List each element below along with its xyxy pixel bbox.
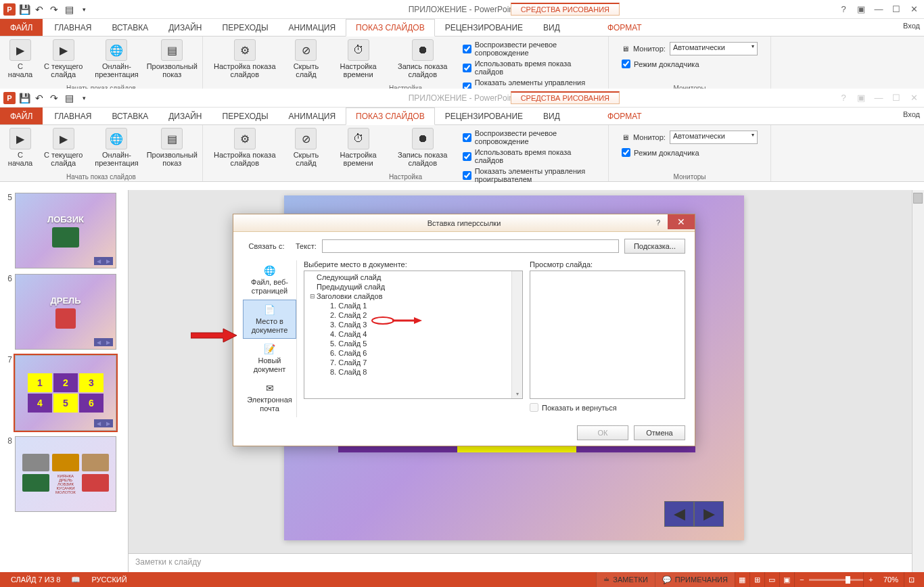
tree-titles-node[interactable]: ⊟Заголовки слайдов [306, 291, 521, 301]
close-icon[interactable]: ✕ [906, 3, 921, 16]
tab-slideshow[interactable]: ПОКАЗ СЛАЙДОВ [346, 108, 435, 125]
cancel-button[interactable]: Отмена [634, 425, 685, 440]
save-icon[interactable]: 💾 [18, 3, 31, 16]
prev-icon[interactable]: ◀ [664, 501, 694, 527]
monitor-select[interactable]: Автоматически ▾ [670, 131, 758, 144]
tab-transitions[interactable]: ПЕРЕХОДЫ [212, 108, 279, 124]
slideshow-view-icon[interactable]: ▣ [779, 572, 794, 587]
slide-thumbnail-5[interactable]: ЛОБЗИК◀▶ [15, 193, 116, 268]
redo-icon[interactable]: ↷ [47, 91, 61, 105]
link-to-place[interactable]: 📄Место в документе [243, 300, 296, 339]
tab-file[interactable]: ФАЙЛ [0, 19, 43, 36]
custom-show-button[interactable]: ▤Произвольный показ [146, 38, 198, 91]
slide-counter[interactable]: СЛАЙД 7 ИЗ 8 [5, 576, 66, 584]
zoom-level[interactable]: 70% [878, 576, 904, 584]
link-to-email[interactable]: ✉Электронная почта [243, 378, 296, 417]
tab-insert[interactable]: ВСТАВКА [101, 108, 158, 124]
notes-button[interactable]: ≐ЗАМЕТКИ [596, 572, 655, 587]
rehearse-button[interactable]: ⏱Настройка времени [329, 126, 386, 186]
tab-format[interactable]: ФОРМАТ [597, 108, 652, 124]
chk-narration[interactable]: Воспроизвести речевое сопровождение [463, 129, 600, 145]
chk-controls[interactable]: Показать элементы управления проигрывате… [463, 167, 600, 183]
tab-view[interactable]: ВИД [533, 19, 570, 36]
spell-check-icon[interactable]: 📖 [66, 576, 86, 584]
from-beginning-button[interactable]: ▶С начала [4, 126, 37, 180]
notes-pane[interactable]: Заметки к слайду [129, 553, 912, 572]
tab-view[interactable]: ВИД [533, 108, 570, 124]
chk-presenter-view[interactable]: Режим докладчика [622, 60, 758, 68]
tab-insert[interactable]: ВСТАВКА [101, 19, 158, 36]
help-icon[interactable]: ? [836, 3, 851, 16]
tab-transitions[interactable]: ПЕРЕХОДЫ [212, 19, 279, 36]
ribbon-options-icon[interactable]: ▣ [854, 3, 869, 16]
ok-button[interactable]: ОК [577, 425, 628, 440]
chk-timings[interactable]: Использовать время показа слайдов [463, 60, 600, 76]
slide-thumbnail-6[interactable]: ДРЕЛЬ◀▶ [15, 274, 116, 350]
present-online-button[interactable]: 🌐Онлайн-презентация [90, 38, 143, 91]
reading-view-icon[interactable]: ▭ [764, 572, 779, 587]
redo-icon[interactable]: ↷ [47, 3, 61, 16]
language-indicator[interactable]: РУССКИЙ [86, 576, 132, 584]
from-current-button[interactable]: ▶С текущего слайда [39, 126, 87, 180]
hide-slide-button[interactable]: ⊘Скрыть слайд [285, 126, 327, 186]
collapse-icon[interactable]: ⊟ [308, 293, 317, 300]
tab-file[interactable]: ФАЙЛ [0, 108, 43, 124]
tab-design[interactable]: ДИЗАЙН [158, 108, 212, 124]
tree-slide-4[interactable]: 4. Слайд 4 [306, 329, 521, 339]
zoom-in-icon[interactable]: + [863, 572, 878, 587]
present-online-button[interactable]: 🌐Онлайн-презентация [90, 126, 143, 180]
dialog-title-bar[interactable]: Вставка гиперссылки ? ✕ [233, 214, 695, 232]
sorter-view-icon[interactable]: ⊞ [749, 572, 764, 587]
help-icon[interactable]: ? [836, 91, 851, 105]
normal-view-icon[interactable]: ▦ [735, 572, 749, 587]
dialog-help-icon[interactable]: ? [650, 216, 666, 229]
tab-format[interactable]: ФОРМАТ [597, 19, 652, 36]
tree-slide-6[interactable]: 6. Слайд 6 [306, 348, 521, 358]
tree-slide-5[interactable]: 5. Слайд 5 [306, 339, 521, 348]
comments-button[interactable]: 💬ПРИМЕЧАНИЯ [655, 572, 735, 587]
display-text-input[interactable] [322, 239, 619, 253]
close-icon[interactable]: ✕ [906, 91, 921, 105]
tree-slide-8[interactable]: 8. Слайд 8 [306, 367, 521, 377]
tab-review[interactable]: РЕЦЕНЗИРОВАНИЕ [435, 108, 533, 124]
tree-next-slide[interactable]: Следующий слайд [306, 273, 521, 282]
start-icon[interactable]: ▤ [62, 91, 76, 105]
scroll-down-icon[interactable]: ▾ [512, 391, 522, 397]
chk-presenter-view[interactable]: Режим докладчика [622, 148, 758, 157]
tab-design[interactable]: ДИЗАЙН [158, 19, 212, 36]
slide-thumbnail-8[interactable]: КИЯНКА ДРЕЛЬ ЛОБЗИК КУСАЧКИ МОЛОТОК [15, 436, 116, 512]
ribbon-options-icon[interactable]: ▣ [854, 91, 869, 105]
tree-slide-1[interactable]: 1. Слайд 1 [306, 301, 521, 310]
chk-show-return[interactable]: Показать и вернуться [530, 403, 685, 412]
tab-home[interactable]: ГЛАВНАЯ [44, 108, 101, 124]
slide-nav-buttons[interactable]: ◀▶ [664, 501, 724, 527]
custom-show-button[interactable]: ▤Произвольный показ [146, 126, 198, 180]
from-beginning-button[interactable]: ▶С начала [4, 38, 37, 91]
scroll-thumb[interactable] [913, 193, 923, 204]
maximize-icon[interactable]: ☐ [889, 91, 904, 105]
document-tree[interactable]: Следующий слайд Предыдущий слайд ⊟Заголо… [304, 271, 523, 399]
minimize-icon[interactable]: — [871, 91, 886, 105]
link-to-new[interactable]: 📝Новый документ [243, 339, 296, 378]
tree-prev-slide[interactable]: Предыдущий слайд [306, 282, 521, 291]
dialog-close-icon[interactable]: ✕ [668, 214, 695, 229]
slide-thumbnail-7[interactable]: 123 456 ◀▶ [15, 355, 116, 431]
tab-slideshow[interactable]: ПОКАЗ СЛАЙДОВ [346, 19, 435, 37]
fit-window-icon[interactable]: ⊡ [904, 572, 919, 587]
minimize-icon[interactable]: — [871, 3, 886, 16]
zoom-slider[interactable] [809, 579, 863, 581]
screen-tip-button[interactable]: Подсказка... [624, 239, 685, 254]
vertical-scrollbar[interactable] [912, 190, 924, 572]
start-icon[interactable]: ▤ [62, 3, 76, 16]
link-to-file[interactable]: 🌐Файл, веб-страницей [243, 260, 296, 300]
tab-animations[interactable]: АНИМАЦИЯ [279, 19, 346, 36]
maximize-icon[interactable]: ☐ [889, 3, 904, 16]
tab-home[interactable]: ГЛАВНАЯ [44, 19, 101, 36]
undo-icon[interactable]: ↶ [32, 91, 46, 105]
qat-dropdown-icon[interactable]: ▾ [77, 3, 91, 16]
sign-in-link[interactable]: Вход [903, 110, 920, 118]
tree-scrollbar[interactable]: ▾ [511, 271, 522, 398]
chk-timings[interactable]: Использовать время показа слайдов [463, 148, 600, 164]
tree-slide-7[interactable]: 7. Слайд 7 [306, 358, 521, 367]
next-icon[interactable]: ▶ [694, 501, 724, 527]
